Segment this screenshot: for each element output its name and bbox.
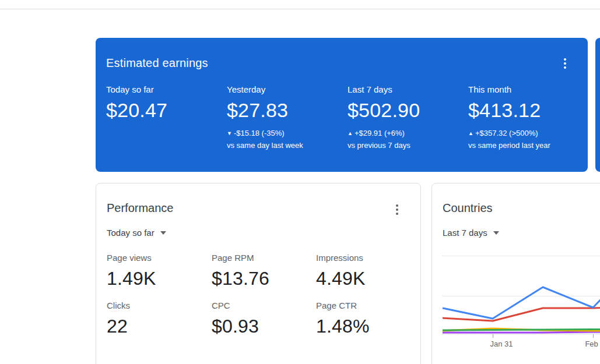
metric-value: $0.93 bbox=[212, 316, 316, 337]
delta-down-arrow-icon: ▼ bbox=[227, 130, 232, 136]
earnings-col-label: This month bbox=[468, 85, 589, 94]
earnings-delta-text: +$29.91 (+6%) bbox=[355, 129, 405, 137]
estimated-earnings-card: Estimated earnings Today so far $20.47 Y… bbox=[96, 38, 588, 172]
earnings-delta: ▲+$29.91 (+6%) bbox=[348, 128, 468, 140]
range-selector-label: Today so far bbox=[107, 228, 155, 238]
metric-value: 22 bbox=[107, 316, 212, 337]
metric-value: $13.76 bbox=[212, 268, 316, 289]
earnings-value: $27.83 bbox=[227, 100, 348, 121]
metric-value: 1.49K bbox=[107, 268, 212, 289]
earnings-delta-text: +$357.32 (>500%) bbox=[475, 129, 538, 137]
metric-impressions: Impressions 4.49K bbox=[316, 253, 409, 289]
metric-page-ctr: Page CTR 1.48% bbox=[316, 301, 409, 337]
countries-title: Countries bbox=[443, 201, 493, 215]
more-options-icon[interactable] bbox=[563, 57, 567, 70]
countries-chart-svg bbox=[442, 251, 600, 353]
estimated-earnings-title: Estimated earnings bbox=[106, 56, 208, 70]
earnings-delta-text: -$15.18 (-35%) bbox=[234, 129, 285, 137]
earnings-col-yesterday: Yesterday $27.83 ▼-$15.18 (-35%) vs same… bbox=[227, 85, 348, 151]
delta-up-arrow-icon: ▲ bbox=[348, 130, 353, 136]
earnings-col-label: Yesterday bbox=[227, 85, 348, 94]
earnings-compare: vs same day last week bbox=[227, 140, 348, 151]
earnings-col-label: Today so far bbox=[106, 85, 227, 94]
earnings-value: $502.90 bbox=[348, 100, 468, 121]
earnings-value: $20.47 bbox=[106, 100, 227, 121]
metric-value: 4.49K bbox=[316, 268, 409, 289]
earnings-delta bbox=[106, 128, 227, 140]
performance-title: Performance bbox=[107, 201, 174, 215]
earnings-value: $413.12 bbox=[468, 100, 589, 121]
metric-label: CPC bbox=[212, 301, 316, 310]
metric-value: 1.48% bbox=[316, 316, 409, 337]
countries-card: Countries Last 7 days Jan 31 Feb 2 bbox=[431, 183, 600, 364]
earnings-col-today: Today so far $20.47 bbox=[106, 85, 227, 151]
earnings-delta: ▼-$15.18 (-35%) bbox=[227, 128, 348, 140]
range-selector-label: Last 7 days bbox=[443, 228, 487, 238]
metric-page-views: Page views 1.49K bbox=[107, 253, 212, 289]
next-earnings-card-clipped bbox=[595, 38, 600, 172]
chevron-down-icon bbox=[493, 231, 499, 235]
delta-up-arrow-icon: ▲ bbox=[468, 130, 473, 136]
earnings-col-last7days: Last 7 days $502.90 ▲+$29.91 (+6%) vs pr… bbox=[348, 85, 468, 151]
metric-page-rpm: Page RPM $13.76 bbox=[212, 253, 316, 289]
metric-label: Impressions bbox=[316, 253, 409, 263]
x-axis-tick-label: Jan 31 bbox=[483, 340, 520, 348]
performance-metrics: Page views 1.49K Page RPM $13.76 Impress… bbox=[107, 253, 409, 337]
metric-clicks: Clicks 22 bbox=[107, 301, 212, 337]
header-divider bbox=[0, 9, 600, 9]
performance-range-selector[interactable]: Today so far bbox=[107, 228, 166, 238]
metric-label: Page RPM bbox=[212, 253, 316, 263]
performance-card: Performance Today so far Page views 1.49… bbox=[96, 183, 421, 364]
earnings-delta: ▲+$357.32 (>500%) bbox=[468, 128, 589, 140]
earnings-compare: vs previous 7 days bbox=[348, 140, 468, 151]
x-axis-tick-label: Feb 2 bbox=[577, 340, 600, 348]
earnings-compare: vs same period last year bbox=[468, 140, 589, 151]
chevron-down-icon bbox=[160, 231, 166, 235]
metric-label: Page views bbox=[107, 253, 212, 263]
countries-range-selector[interactable]: Last 7 days bbox=[443, 228, 499, 238]
earnings-columns: Today so far $20.47 Yesterday $27.83 ▼-$… bbox=[106, 85, 589, 151]
earnings-col-thismonth: This month $413.12 ▲+$357.32 (>500%) vs … bbox=[468, 85, 589, 151]
more-options-icon[interactable] bbox=[395, 203, 399, 216]
metric-label: Clicks bbox=[107, 301, 212, 310]
metric-cpc: CPC $0.93 bbox=[212, 301, 316, 337]
earnings-col-label: Last 7 days bbox=[348, 85, 468, 94]
metric-label: Page CTR bbox=[316, 301, 409, 310]
